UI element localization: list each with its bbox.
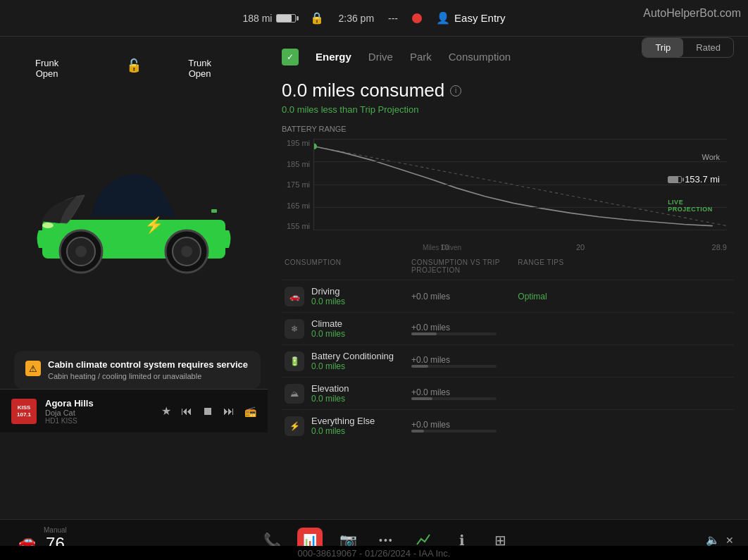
song-info: Agora Hills Doja Cat HD1 KISS <box>45 398 153 425</box>
alert-content: Cabin climate control system requires se… <box>48 359 248 380</box>
y-label-185: 185 mi <box>282 160 310 168</box>
grid-line-2 <box>314 161 727 162</box>
live-projection-label: LIVE PROJECTION <box>668 199 713 213</box>
elevation-bar <box>411 397 497 400</box>
alert-title: Cabin climate control system requires se… <box>48 359 248 370</box>
header-range-tips: RANGE TIPS <box>518 259 624 274</box>
chart-area: Work LIVE PROJECTION 153.7 mi <box>313 139 727 230</box>
miles-heading: 0.0 miles consumed i <box>282 80 461 101</box>
taskbar-right: 🔈 ✕ <box>706 533 734 547</box>
consumption-table: CONSUMPTION CONSUMPTION VS TRIP PROJECTI… <box>282 259 734 442</box>
tab-consumption[interactable]: Consumption <box>449 48 511 66</box>
car-svg: ⚡ <box>21 107 247 304</box>
battery-icon <box>276 14 296 23</box>
grid-line-3 <box>314 185 727 185</box>
bottom-watermark: 000-38619067 - 01/26/2024 - IAA Inc. <box>0 546 748 560</box>
x-axis-labels: 10 20 28.9 <box>313 243 727 251</box>
lock-status: 🔒 <box>310 11 324 25</box>
x-axis-title: Miles Driven <box>423 244 461 251</box>
svg-point-12 <box>314 143 317 149</box>
climate-item: ❄ Climate 0.0 miles <box>285 318 411 339</box>
info-icon[interactable]: i <box>450 85 461 97</box>
y-label-165: 165 mi <box>282 201 310 210</box>
header-consumption: CONSUMPTION <box>285 259 411 274</box>
climate-icon: ❄ <box>285 319 304 339</box>
svg-text:⚡: ⚡ <box>144 216 164 235</box>
left-panel: Frunk Open 🔓 Trunk Open <box>0 37 268 473</box>
climate-bar <box>411 332 497 335</box>
tab-energy[interactable]: Energy <box>316 48 351 66</box>
song-artist: Doja Cat <box>45 409 153 417</box>
time-display: 2:36 pm <box>338 13 374 24</box>
driving-icon: 🚗 <box>285 287 304 306</box>
temp-manual-label: Manual <box>44 526 67 534</box>
svg-point-5 <box>75 246 87 257</box>
next-button[interactable]: ⏭ <box>223 405 235 418</box>
everything-else-icon: ⚡ <box>285 416 304 436</box>
status-bar: 188 mi 🔒 2:36 pm --- 👤 Easy Entry <box>0 0 748 37</box>
right-panel: ✓ Energy Drive Park Consumption 0.0 mile… <box>268 37 748 473</box>
car-lock-icon: 🔓 <box>126 58 142 73</box>
song-title: Agora Hills <box>45 398 153 409</box>
table-row: 🚗 Driving 0.0 miles +0.0 miles Optimal <box>282 280 734 312</box>
prev-button[interactable]: ⏮ <box>181 405 192 418</box>
range-text: 188 mi <box>242 13 272 24</box>
y-label-195: 195 mi <box>282 139 310 147</box>
projection-value: 153.7 mi <box>668 174 720 185</box>
svg-point-8 <box>181 246 192 257</box>
music-controls: ★ ⏮ ⏹ ⏭ 📻 <box>161 404 256 418</box>
table-row: 🔋 Battery Conditioning 0.0 miles +0.0 mi… <box>282 344 734 377</box>
mute-x-icon: ✕ <box>725 535 734 546</box>
volume-icon[interactable]: 🔈 <box>706 533 720 547</box>
alert-banner: ⚠ Cabin climate control system requires … <box>14 351 261 389</box>
energy-tab-icon: ✓ <box>282 49 299 66</box>
table-row: ⛰ Elevation 0.0 miles +0.0 miles <box>282 377 734 409</box>
car-visualization: ⚡ <box>7 72 261 340</box>
grid-line-5 <box>314 230 727 230</box>
proj-battery-icon <box>668 176 682 183</box>
battery-cond-item: 🔋 Battery Conditioning 0.0 miles <box>285 351 411 371</box>
tab-drive[interactable]: Drive <box>368 48 393 66</box>
station-logo: KISS107.1 <box>11 399 37 424</box>
y-label-155: 155 mi <box>282 222 310 230</box>
chart-label: BATTERY RANGE <box>282 125 734 133</box>
grid-line-4 <box>314 207 727 208</box>
trip-button[interactable]: Trip <box>642 38 683 57</box>
record-dot-icon <box>412 13 422 23</box>
easy-entry-button[interactable]: 👤 Easy Entry <box>436 11 506 25</box>
time-text: 2:36 pm <box>338 13 374 24</box>
miles-info: 0.0 miles consumed i 0.0 miles less than… <box>282 80 461 125</box>
everything-else-bar <box>411 430 497 433</box>
favorite-button[interactable]: ★ <box>161 404 171 418</box>
x-label-20: 20 <box>576 243 585 251</box>
bottom-bar-text: 000-38619067 - 01/26/2024 - IAA Inc. <box>298 548 451 559</box>
miles-consumed-text: 0.0 miles consumed <box>282 80 444 101</box>
main-content: Frunk Open 🔓 Trunk Open <box>0 37 748 473</box>
stop-button[interactable]: ⏹ <box>202 405 213 418</box>
dashes-text: --- <box>388 13 398 24</box>
driving-item: 🚗 Driving 0.0 miles <box>285 286 411 306</box>
range-display: 188 mi <box>242 13 296 24</box>
easy-entry-label: Easy Entry <box>454 12 506 24</box>
battery-cond-bar <box>411 365 497 368</box>
table-row: ⚡ Everything Else 0.0 miles +0.0 miles <box>282 409 734 442</box>
live-projection-container: LIVE PROJECTION 153.7 mi <box>668 174 720 185</box>
rated-button[interactable]: Rated <box>683 38 733 57</box>
record-indicator <box>412 13 422 23</box>
alert-warning-icon: ⚠ <box>25 361 41 376</box>
x-label-289: 28.9 <box>712 243 727 251</box>
svg-point-9 <box>42 223 54 228</box>
everything-else-item: ⚡ Everything Else 0.0 miles <box>285 416 411 436</box>
work-destination-label: Work <box>702 153 720 161</box>
dashes: --- <box>388 13 398 24</box>
alert-subtitle: Cabin heating / cooling limited or unava… <box>48 372 248 380</box>
proj-value-text: 153.7 mi <box>685 174 720 185</box>
elevation-icon: ⛰ <box>285 384 304 404</box>
trip-rated-toggle: Trip Rated <box>642 37 734 58</box>
battery-cond-icon: 🔋 <box>285 351 304 371</box>
cast-button[interactable]: 📻 <box>244 406 256 417</box>
grid-line-1 <box>314 139 727 139</box>
tab-park[interactable]: Park <box>410 48 432 66</box>
table-row: ❄ Climate 0.0 miles +0.0 miles <box>282 312 734 344</box>
battery-range-chart: BATTERY RANGE 195 mi 185 mi 175 mi 165 m… <box>282 125 734 251</box>
